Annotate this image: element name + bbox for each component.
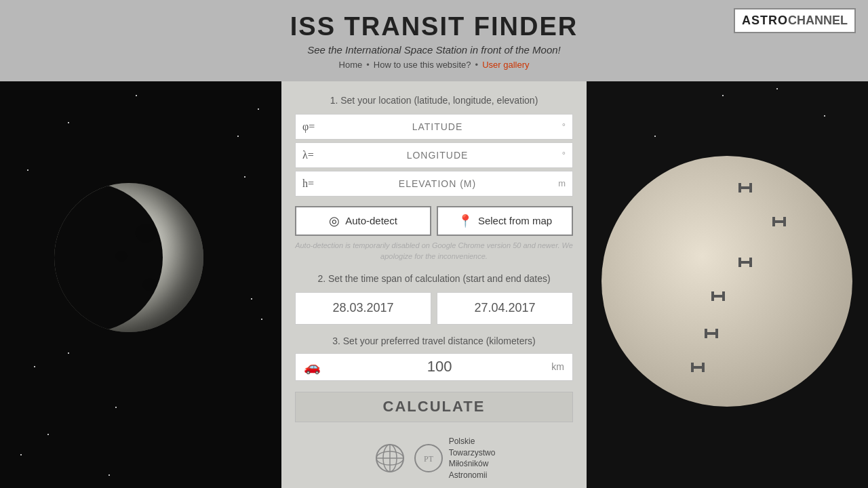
svg-rect-22 [692,366,703,369]
svg-rect-13 [740,261,751,264]
perapsis-logo [373,441,407,475]
target-icon: ◎ [329,214,340,228]
svg-rect-15 [749,258,752,267]
channel-text: CHANNEL [788,14,848,28]
ptma-line1: Polskie [449,436,475,446]
telescope-view [601,156,852,407]
latitude-prefix: φ= [302,121,323,133]
svg-rect-7 [740,186,751,189]
header: ISS TRANSIT FINDER See the International… [0,0,868,81]
elevation-input[interactable] [323,178,552,189]
star [237,136,239,137]
distance-suffix: km [551,361,564,372]
nav-sep1: • [366,60,370,70]
longitude-prefix: λ= [302,149,323,161]
main-area: 1. Set your location (latitude, longitud… [0,81,868,488]
star [654,136,656,137]
svg-text:PT: PT [424,454,434,464]
start-date-input[interactable]: 28.03.2017 [295,292,431,325]
ptma-line4: Astronomii [449,470,488,480]
latitude-row: φ= ° [295,114,573,140]
center-panel: 1. Set your location (latitude, longitud… [281,81,587,488]
svg-rect-18 [722,291,725,301]
distance-input[interactable] [328,358,551,375]
iss-mark [771,217,787,229]
star [115,407,117,408]
end-date-value: 27.04.2017 [474,301,535,315]
start-date-value: 28.03.2017 [332,301,393,315]
svg-rect-24 [702,363,705,372]
navigation: Home • How to use this website? • User g… [339,60,530,70]
star [722,95,724,96]
nav-home[interactable]: Home [339,60,363,70]
date-row: 28.03.2017 27.04.2017 [295,292,573,325]
latitude-suffix: ° [552,121,566,131]
nav-howto[interactable]: How to use this website? [374,60,471,70]
page-title: ISS TRANSIT FINDER [290,12,578,41]
nav-sep2: • [475,60,479,70]
calculate-label: CALCULATE [383,398,486,415]
latitude-input[interactable] [323,121,552,132]
svg-rect-8 [738,183,741,192]
perapsis-icon [375,443,405,473]
ptma-line3: Miłośników [449,459,489,468]
nav-gallery[interactable]: User gallery [482,60,529,70]
map-pin-icon: 📍 [458,214,473,228]
svg-rect-14 [738,258,741,267]
selectmap-label: Select from map [478,215,552,226]
star [20,454,22,455]
selectmap-button[interactable]: 📍 Select from map [437,206,573,236]
star [244,176,245,178]
autodetect-label: Auto-detect [345,215,397,226]
end-date-input[interactable]: 27.04.2017 [437,292,573,325]
longitude-suffix: ° [552,150,566,160]
elevation-prefix: h= [302,178,323,190]
star [108,474,110,476]
iss-mark [737,258,753,270]
svg-rect-20 [705,329,707,338]
footer-logos: PT Polskie Towarzystwo Miłośników Astron… [295,436,573,481]
ptma-line2: Towarzystwo [449,448,496,458]
star [136,95,137,96]
svg-rect-19 [706,332,717,335]
svg-rect-11 [772,217,775,226]
elevation-row: h= m [295,171,573,197]
astro-text: ASTRO [742,14,788,28]
longitude-row: λ= ° [295,142,573,168]
location-buttons: ◎ Auto-detect 📍 Select from map [295,206,573,236]
moon-image [54,183,203,332]
distance-row: 🚗 km [295,353,573,381]
star [824,115,825,117]
ptma-logo: PT Polskie Towarzystwo Miłośników Astron… [414,436,496,481]
star [27,169,28,171]
star [68,122,69,123]
svg-rect-17 [711,291,714,301]
svg-rect-10 [774,220,785,223]
astrochannel-logo: ASTRO CHANNEL [734,8,856,33]
calculate-button[interactable]: CALCULATE [295,392,573,422]
star [776,88,778,89]
ptma-name-text: Polskie Towarzystwo Miłośników Astronomi… [449,436,496,481]
iss-mark [710,291,726,304]
star [68,352,69,354]
iss-mark [690,363,706,375]
star [34,366,35,367]
car-icon: 🚗 [304,359,321,375]
autodetect-warning: Auto-detection is temporarily disabled o… [295,240,573,262]
svg-rect-16 [713,295,724,298]
svg-rect-23 [691,363,694,372]
left-panel [0,81,281,488]
longitude-input[interactable] [323,150,552,161]
autodetect-button[interactable]: ◎ Auto-detect [295,206,431,236]
section1-label: 1. Set your location (latitude, longitud… [295,95,573,106]
star [251,298,252,300]
iss-mark [737,183,753,195]
star [258,108,259,110]
svg-rect-21 [715,329,718,338]
section3-label: 3. Set your preferred travel distance (k… [295,336,573,346]
svg-rect-12 [783,217,786,226]
right-panel [587,81,868,488]
iss-mark [703,329,719,341]
star [47,434,49,435]
page-subtitle: See the International Space Station in f… [307,44,561,56]
